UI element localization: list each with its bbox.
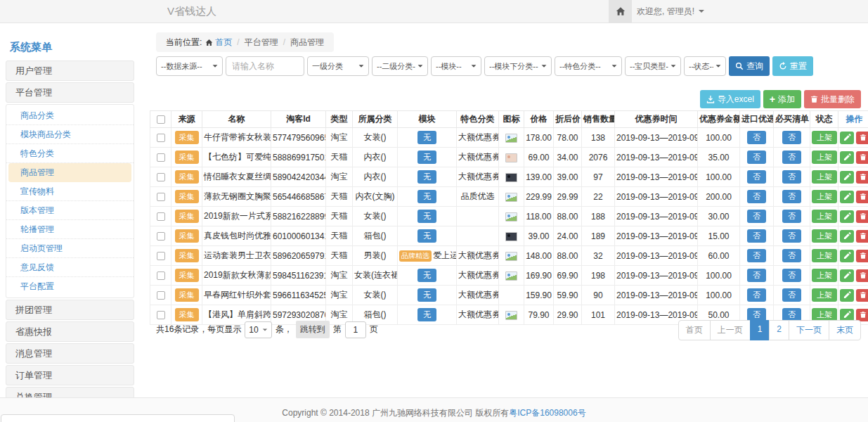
delete-button[interactable] bbox=[856, 191, 868, 203]
delete-button[interactable] bbox=[856, 289, 868, 302]
import-select-button[interactable]: 否 bbox=[747, 210, 766, 223]
sidebar-item-goods-management[interactable]: 商品管理 bbox=[8, 163, 131, 182]
product-thumbnail[interactable] bbox=[505, 212, 517, 222]
row-checkbox[interactable] bbox=[157, 153, 165, 162]
edit-button[interactable] bbox=[840, 171, 854, 184]
row-checkbox[interactable] bbox=[157, 271, 165, 280]
must-buy-button[interactable]: 否 bbox=[782, 249, 801, 262]
module-none-button[interactable]: 无 bbox=[417, 308, 436, 321]
product-thumbnail[interactable] bbox=[505, 252, 517, 261]
row-checkbox[interactable] bbox=[157, 212, 165, 221]
status-button[interactable]: 上架 bbox=[812, 210, 837, 223]
sidebar-item-promo-material[interactable]: 宣传物料 bbox=[6, 182, 134, 201]
edit-button[interactable] bbox=[840, 210, 854, 223]
select-all-checkbox[interactable] bbox=[157, 115, 165, 124]
sidebar-item-splash-management[interactable]: 启动页管理 bbox=[6, 239, 134, 258]
filter-select-level1-category[interactable]: 一级分类 bbox=[307, 56, 369, 76]
nav-home-button[interactable] bbox=[609, 0, 632, 23]
import-select-button[interactable]: 否 bbox=[747, 170, 766, 184]
sidebar-item-module-goods-category[interactable]: 模块商品分类 bbox=[6, 125, 134, 144]
import-select-button[interactable]: 否 bbox=[747, 249, 766, 262]
module-none-button[interactable]: 无 bbox=[417, 131, 436, 144]
query-button[interactable]: 查询 bbox=[729, 56, 770, 76]
search-input[interactable] bbox=[226, 56, 304, 76]
row-checkbox[interactable] bbox=[157, 232, 165, 241]
must-buy-button[interactable]: 否 bbox=[782, 151, 801, 164]
module-none-button[interactable]: 无 bbox=[417, 229, 436, 243]
edit-button[interactable] bbox=[840, 309, 854, 321]
edit-button[interactable] bbox=[840, 230, 854, 243]
product-thumbnail[interactable] bbox=[505, 271, 517, 281]
import-select-button[interactable]: 否 bbox=[747, 229, 766, 243]
product-thumbnail[interactable] bbox=[505, 173, 517, 182]
page-button-1[interactable]: 1 bbox=[750, 320, 770, 340]
delete-button[interactable] bbox=[856, 250, 868, 262]
module-none-button[interactable]: 无 bbox=[417, 151, 436, 164]
filter-select-module[interactable]: --模块-- bbox=[431, 56, 481, 76]
delete-button[interactable] bbox=[856, 210, 868, 223]
status-button[interactable]: 上架 bbox=[812, 151, 837, 164]
filter-select-module-subcategory[interactable]: --模块下分类-- bbox=[484, 56, 552, 76]
status-button[interactable]: 上架 bbox=[812, 131, 837, 144]
module-none-button[interactable]: 无 bbox=[417, 210, 436, 223]
delete-button[interactable] bbox=[856, 151, 868, 164]
row-checkbox[interactable] bbox=[157, 291, 165, 300]
sidebar-item-group-buy-management[interactable]: 拼团管理 bbox=[6, 300, 134, 320]
sidebar-item-version-management[interactable]: 版本管理 bbox=[6, 201, 134, 220]
must-buy-button[interactable]: 否 bbox=[782, 190, 801, 203]
filter-select-data-source[interactable]: --数据来源-- bbox=[156, 56, 223, 76]
add-button[interactable]: + 添加 bbox=[763, 90, 801, 108]
status-button[interactable]: 上架 bbox=[812, 249, 837, 262]
reset-button[interactable]: 重置 bbox=[772, 56, 813, 76]
product-thumbnail[interactable] bbox=[505, 153, 517, 162]
page-button-2[interactable]: 2 bbox=[769, 320, 789, 340]
import-select-button[interactable]: 否 bbox=[747, 131, 766, 144]
status-button[interactable]: 上架 bbox=[812, 170, 837, 184]
row-checkbox[interactable] bbox=[157, 311, 165, 319]
page-button-下一页[interactable]: 下一页 bbox=[789, 320, 829, 340]
status-button[interactable]: 上架 bbox=[812, 269, 837, 282]
row-checkbox[interactable] bbox=[157, 193, 165, 201]
edit-button[interactable] bbox=[840, 132, 854, 144]
edit-button[interactable] bbox=[840, 289, 854, 302]
must-buy-button[interactable]: 否 bbox=[782, 131, 801, 144]
must-buy-button[interactable]: 否 bbox=[782, 229, 801, 243]
delete-button[interactable] bbox=[856, 230, 868, 243]
breadcrumb-home-link[interactable]: 首页 bbox=[205, 37, 232, 49]
sidebar-item-feedback[interactable]: 意见反馈 bbox=[6, 258, 134, 277]
delete-button[interactable] bbox=[856, 171, 868, 184]
must-buy-button[interactable]: 否 bbox=[782, 288, 801, 302]
icp-link[interactable]: 粤ICP备16098006号 bbox=[509, 408, 585, 418]
module-none-button[interactable]: 无 bbox=[417, 269, 436, 282]
module-none-button[interactable]: 无 bbox=[417, 170, 436, 184]
delete-button[interactable] bbox=[856, 309, 868, 321]
import-select-button[interactable]: 否 bbox=[747, 269, 766, 282]
sidebar-item-order-management[interactable]: 订单管理 bbox=[6, 365, 134, 385]
per-page-select[interactable]: 10 bbox=[245, 321, 271, 338]
filter-select-item-type[interactable]: --宝贝类型-- bbox=[625, 56, 681, 76]
row-checkbox[interactable] bbox=[157, 173, 165, 181]
filter-select-feature-category[interactable]: --特色分类-- bbox=[555, 56, 622, 76]
edit-button[interactable] bbox=[840, 191, 854, 203]
filter-select-status[interactable]: --状态-- bbox=[684, 56, 726, 76]
import-excel-button[interactable]: 导入excel bbox=[700, 90, 760, 108]
must-buy-button[interactable]: 否 bbox=[782, 210, 801, 223]
sidebar-item-platform-management[interactable]: 平台管理 bbox=[6, 82, 134, 103]
edit-button[interactable] bbox=[840, 269, 854, 282]
must-buy-button[interactable]: 否 bbox=[782, 269, 801, 282]
import-select-button[interactable]: 否 bbox=[747, 288, 766, 302]
import-select-button[interactable]: 否 bbox=[747, 190, 766, 203]
module-none-button[interactable]: 无 bbox=[417, 288, 436, 302]
page-number-input[interactable] bbox=[345, 321, 366, 338]
page-button-末页[interactable]: 末页 bbox=[829, 320, 861, 340]
edit-button[interactable] bbox=[840, 151, 854, 164]
sidebar-item-message-management[interactable]: 消息管理 bbox=[6, 343, 134, 364]
sidebar-item-goods-category[interactable]: 商品分类 bbox=[6, 106, 134, 125]
product-thumbnail[interactable] bbox=[505, 193, 517, 202]
row-checkbox[interactable] bbox=[157, 252, 165, 260]
import-select-button[interactable]: 否 bbox=[747, 151, 766, 164]
sidebar-item-savings-express[interactable]: 省惠快报 bbox=[6, 321, 134, 342]
sidebar-item-carousel-management[interactable]: 轮播管理 bbox=[6, 220, 134, 239]
product-thumbnail[interactable] bbox=[505, 134, 517, 143]
filter-select-level2-category[interactable]: --二级分类-- bbox=[372, 56, 428, 76]
